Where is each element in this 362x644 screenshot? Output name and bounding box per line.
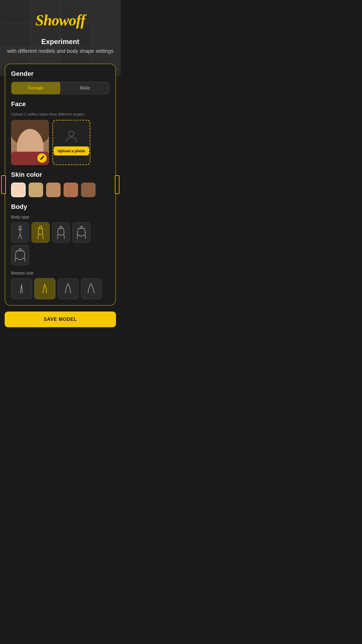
face-title: Face (11, 100, 110, 108)
upload-photo-btn[interactable]: Upload a photo (54, 146, 89, 155)
face-photo-slot-2[interactable]: Upload a photo (52, 120, 90, 165)
face-photo-slot-1 (11, 120, 49, 165)
hero-section: Experiment with different models and bod… (0, 32, 121, 64)
app-logo: Showoff (0, 0, 121, 32)
body-type-btn-3[interactable] (52, 222, 70, 243)
skin-swatch-2[interactable] (46, 183, 61, 197)
save-model-btn[interactable]: SAVE MODEL (5, 312, 116, 327)
skin-colors-row (11, 183, 110, 197)
gender-title: Gender (11, 70, 110, 78)
body-type-btn-2[interactable] (31, 222, 50, 243)
main-card: Gender Female Male Face Upload 2 selfies… (5, 64, 116, 306)
gender-toggle: Female Male (11, 82, 110, 94)
svg-point-6 (19, 249, 21, 251)
breast-size-btn-2[interactable] (34, 278, 55, 299)
skin-swatch-1[interactable] (29, 183, 43, 197)
hero-title: Experiment (6, 38, 115, 46)
skin-swatch-3[interactable] (64, 183, 78, 197)
body-types-row (11, 222, 110, 265)
body-title: Body (11, 203, 110, 211)
gender-male-btn[interactable]: Male (60, 82, 109, 94)
skin-swatch-4[interactable] (81, 183, 96, 197)
hero-subtitle: with different models and body shape set… (7, 48, 114, 54)
svg-point-4 (60, 226, 62, 228)
breast-size-btn-4[interactable] (81, 278, 102, 299)
skin-color-title: Skin color (11, 171, 110, 178)
gender-female-btn[interactable]: Female (11, 82, 60, 94)
breast-size-btn-3[interactable] (58, 278, 79, 299)
breast-size-btn-1[interactable] (11, 278, 32, 299)
breasts-size-label: Breasts size (11, 271, 110, 275)
body-type-label: Body type (11, 215, 110, 219)
svg-point-0 (69, 131, 74, 136)
body-type-btn-1[interactable] (11, 222, 29, 243)
skin-swatch-0[interactable] (11, 183, 26, 197)
body-type-btn-4[interactable] (72, 222, 90, 243)
edit-photo-1-btn[interactable] (37, 153, 47, 163)
breast-sizes-row (11, 278, 110, 299)
body-type-btn-5[interactable] (11, 245, 29, 265)
face-photos-row: Upload a photo (11, 120, 110, 165)
svg-point-5 (80, 226, 82, 228)
svg-point-3 (39, 226, 42, 228)
svg-point-1 (19, 226, 21, 228)
face-subtitle: Upload 2 selfies taken from different an… (11, 112, 110, 116)
